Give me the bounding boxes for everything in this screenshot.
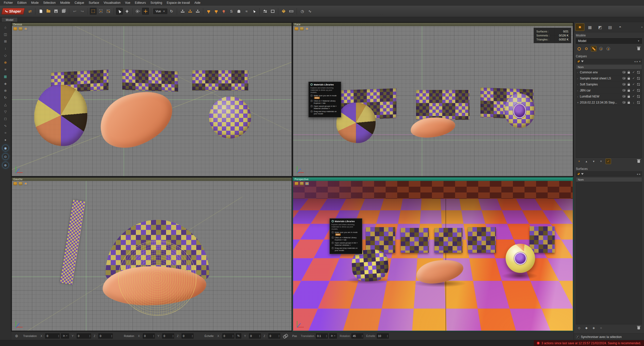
checkered-sphere[interactable] [209,96,251,138]
paint-slot-icon[interactable] [636,101,641,104]
save-button[interactable] [53,8,59,15]
delete-layer-button[interactable] [636,159,641,164]
viewport-layers-icon[interactable] [19,27,22,30]
tag-button[interactable] [280,8,287,15]
paint-select-button[interactable] [105,8,112,15]
fly-navigation-button[interactable] [124,8,130,15]
viewport-render-mode-icon[interactable] [13,27,17,30]
sync-checkbox[interactable] [576,335,579,338]
menu-item[interactable]: Fichier [2,0,15,5]
viewport-options-icon[interactable] [24,27,28,30]
layer-row[interactable]: -Soft Samples✓ [576,81,642,87]
mode-swap-button[interactable]: ⇄ [26,8,33,15]
left-tool-6-icon[interactable]: ⊕ [2,59,9,65]
hierarchy-expand-button[interactable] [187,8,193,15]
layer-color-icon[interactable] [577,60,580,63]
banner-edge[interactable] [60,200,86,285]
viewport-layers-icon[interactable] [300,182,304,185]
checkered-banner[interactable] [416,90,469,120]
lock-icon[interactable] [626,71,631,74]
scroll-right-icon[interactable]: ▸ [637,60,638,63]
step-rotation-field[interactable]: ▴▾ [351,333,363,338]
award-button-1[interactable] [205,8,212,15]
expander-icon[interactable]: + [577,101,580,104]
lock-icon[interactable] [626,101,631,104]
layer-down-button[interactable]: ▾ [591,159,596,164]
step-translation-input[interactable] [316,334,326,338]
left-tool-9-icon[interactable]: ◈ [2,80,9,86]
show-surfaces-button[interactable]: S [228,8,235,15]
menu-item[interactable]: Scripting [148,0,165,5]
surface-color-icon[interactable] [577,173,580,175]
scroll-left-icon[interactable]: ◂ [637,173,638,175]
scale-unit-dropdown[interactable]: % [236,333,242,338]
surface-node-1-icon[interactable]: ◇ [576,325,582,331]
layer-row[interactable]: -Common env✓ [576,69,642,75]
scroll-left-icon[interactable]: ◂ [634,60,635,63]
cursor-tool-button[interactable] [116,8,123,15]
paint-slot-icon[interactable] [636,71,641,74]
award-button-2[interactable] [213,8,220,15]
check-icon[interactable]: ✓ [631,89,636,92]
stepper-icon[interactable]: ▴▾ [232,334,234,337]
camera-orbit-toggle-icon[interactable]: ◉ [2,145,9,151]
layer-cancel-button[interactable]: × [598,159,604,164]
check-icon[interactable]: ✓ [631,71,636,74]
menu-item[interactable]: Sélection [41,0,58,5]
properties-button[interactable] [262,8,268,15]
left-tool-13-icon[interactable]: ▽ [2,109,9,115]
surface-node-2-icon[interactable]: ◆ [584,325,589,331]
scale-y-input[interactable] [249,334,259,338]
scale-z-field[interactable]: ▴▾ [268,333,280,338]
left-tool-1-icon[interactable]: ⌂ [2,24,9,30]
lasso-select-button[interactable] [97,8,104,15]
stepper-icon[interactable]: ▴▾ [326,334,328,337]
viewport-options-icon[interactable] [305,182,309,185]
menu-item[interactable]: Modèle [58,0,72,5]
tab-display-icon[interactable]: ◩ [595,23,605,31]
left-tool-2-icon[interactable]: ◫ [2,31,9,37]
viewport-perspective[interactable]: Perspective [293,177,573,331]
viewport-layers-icon[interactable] [19,182,22,185]
stepper-icon[interactable]: ▴▾ [153,334,154,337]
visibility-icon[interactable] [622,71,626,73]
viewport-render-mode-icon[interactable] [295,182,298,185]
viewport-titlebar[interactable]: Face [293,23,573,26]
hierarchy-collapse-button[interactable] [194,8,201,15]
stepper-icon[interactable]: ▴▾ [172,334,174,337]
left-tool-3-icon[interactable]: ⊞ [2,38,9,44]
layer-row[interactable]: -JBN car✓ [576,87,642,93]
env-sphere-icon[interactable] [576,46,582,52]
menu-item[interactable]: Edition [15,0,29,5]
translation-z-field[interactable]: ▴▾ [98,333,113,338]
curve-editor-button[interactable]: ∿ [306,8,313,15]
step-scale-input[interactable] [377,334,387,338]
left-tool-10-icon[interactable]: ⊗ [2,87,9,93]
expander-icon[interactable]: - [577,77,580,80]
layer-row[interactable]: -Sample metal sheet LS✓ [576,75,642,81]
tab-geometry-icon[interactable]: ■ [575,23,584,31]
hierarchy-button[interactable] [179,8,186,15]
left-tool-14-icon[interactable]: ◻ [2,116,9,122]
translation-z-input[interactable] [99,334,111,338]
camera-pan-toggle-icon[interactable]: ⊙ [2,153,9,160]
menu-item[interactable]: Espace de travail [165,0,192,5]
menu-item[interactable]: Surface [87,0,101,5]
expander-icon[interactable]: - [577,71,580,74]
filter-menu-icon[interactable]: ▾ [639,60,640,63]
viewport-render-mode-icon[interactable] [13,182,17,185]
new-layer-button[interactable]: + [576,159,582,164]
visibility-icon[interactable] [622,89,626,91]
view-dropdown[interactable]: Vue▼ [153,9,167,14]
left-tool-16-icon[interactable]: ≈ [2,130,9,136]
rotation-x-field[interactable]: ▴▾ [143,333,155,338]
rotation-z-input[interactable] [182,334,191,338]
camera-zoom-toggle-icon[interactable]: ⊕ [2,162,9,168]
undo-button[interactable]: ↩ [71,8,78,15]
translation-y-input[interactable] [77,334,89,338]
left-tool-8-icon[interactable]: ▦ [2,73,9,79]
visibility-icon[interactable] [622,101,626,104]
viewport-options-icon[interactable] [24,182,28,185]
surface-node-3-icon[interactable]: ◈ [591,325,596,331]
translation-unit-dropdown[interactable]: in▾ [61,333,69,338]
